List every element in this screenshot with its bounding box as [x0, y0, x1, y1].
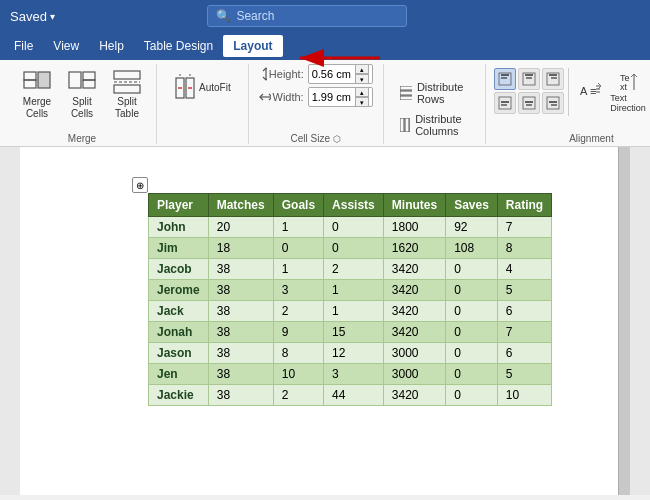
cell-player: John — [149, 217, 209, 238]
merge-cells-button[interactable]: MergeCells — [16, 64, 58, 124]
table-row: Jackie382443420010 — [149, 385, 552, 406]
align-top-center-button[interactable] — [518, 68, 540, 90]
alignment-group-label: Alignment — [569, 133, 613, 144]
document-area: ⊕ Player Matches Goals Assists Minutes S… — [20, 147, 630, 495]
cell-data: 5 — [497, 364, 551, 385]
svg-rect-20 — [400, 86, 412, 90]
cell-data: 38 — [208, 280, 273, 301]
autofit-label: AutoFit — [199, 82, 231, 94]
autofit-button[interactable]: AutoFit — [165, 68, 240, 108]
table-row: Jerome3831342005 — [149, 280, 552, 301]
table-row: Jim180016201088 — [149, 238, 552, 259]
cell-data: 2 — [324, 259, 384, 280]
split-cells-button[interactable]: SplitCells — [61, 64, 103, 124]
split-table-button[interactable]: SplitTable — [106, 64, 148, 124]
svg-rect-21 — [400, 91, 412, 95]
svg-rect-22 — [400, 96, 412, 100]
align-mid-center-button[interactable] — [518, 92, 540, 114]
scrollbar[interactable] — [618, 147, 630, 495]
cell-data: 7 — [497, 217, 551, 238]
cell-data: 3420 — [383, 385, 445, 406]
cell-data: 0 — [446, 385, 498, 406]
cell-data: 1 — [273, 217, 323, 238]
cell-player: Jackie — [149, 385, 209, 406]
cell-data: 0 — [273, 238, 323, 259]
width-spinner[interactable]: ▴ ▾ — [355, 87, 369, 107]
align-mid-left-button[interactable] — [494, 92, 516, 114]
cell-player: Jack — [149, 301, 209, 322]
cell-data: 38 — [208, 301, 273, 322]
cell-data: 0 — [446, 364, 498, 385]
distribute-rows-button[interactable]: Distribute Rows — [392, 78, 477, 108]
cell-data: 38 — [208, 343, 273, 364]
align-top-right-button[interactable] — [542, 68, 564, 90]
title-bar-left: Saved — [10, 9, 55, 24]
split-cells-icon — [67, 68, 97, 96]
col-header-minutes: Minutes — [383, 194, 445, 217]
cell-data: 0 — [446, 259, 498, 280]
cell-data: 3420 — [383, 259, 445, 280]
svg-rect-40 — [523, 97, 535, 109]
cell-data: 15 — [324, 322, 384, 343]
cell-data: 38 — [208, 322, 273, 343]
red-arrow-svg — [240, 38, 400, 78]
split-cells-label: SplitCells — [71, 96, 93, 120]
search-icon: 🔍 — [216, 9, 231, 23]
text-align-icon: A ≡ — [578, 81, 602, 103]
text-align-button[interactable]: A ≡ — [575, 68, 605, 116]
svg-rect-9 — [114, 71, 140, 79]
svg-rect-5 — [69, 72, 81, 88]
cell-data: 3000 — [383, 343, 445, 364]
align-top-left-button[interactable] — [494, 68, 516, 90]
cell-player: Jonah — [149, 322, 209, 343]
col-header-matches: Matches — [208, 194, 273, 217]
menu-item-help[interactable]: Help — [89, 35, 134, 57]
menu-item-table-design[interactable]: Table Design — [134, 35, 223, 57]
cell-data: 6 — [497, 301, 551, 322]
cell-data: 6 — [497, 343, 551, 364]
svg-text:xt: xt — [620, 82, 628, 92]
distribute-columns-icon — [400, 118, 410, 132]
svg-rect-7 — [83, 80, 95, 88]
width-icon — [259, 90, 271, 104]
svg-text:≡: ≡ — [590, 85, 596, 97]
merge-cells-label: MergeCells — [23, 96, 51, 120]
distribute-columns-button[interactable]: Distribute Columns — [392, 110, 477, 140]
merge-row: MergeCells SplitCells SplitTa — [16, 64, 148, 124]
title-bar: Saved 🔍 — [0, 0, 650, 32]
svg-rect-11 — [114, 85, 140, 93]
cell-data: 5 — [497, 280, 551, 301]
svg-text:A: A — [580, 85, 588, 97]
text-align-extra: A ≡ Te xt — [568, 68, 650, 116]
search-input[interactable] — [236, 9, 386, 23]
cell-data: 38 — [208, 259, 273, 280]
menu-item-file[interactable]: File — [4, 35, 43, 57]
text-direction-button[interactable]: Te xt TextDirection — [607, 68, 649, 116]
cell-data: 1 — [324, 301, 384, 322]
svg-rect-25 — [405, 118, 409, 132]
align-mid-right-button[interactable] — [542, 92, 564, 114]
width-row: Width: 1.99 cm ▴ ▾ — [259, 87, 373, 107]
table-move-handle[interactable]: ⊕ — [132, 177, 148, 193]
search-bar[interactable]: 🔍 — [207, 5, 407, 27]
width-input[interactable]: 1.99 cm ▴ ▾ — [308, 87, 373, 107]
saved-button[interactable]: Saved — [10, 9, 55, 24]
cell-player: Jerome — [149, 280, 209, 301]
cell-data: 3 — [273, 280, 323, 301]
cell-data: 3420 — [383, 322, 445, 343]
svg-rect-2 — [24, 72, 36, 80]
table-header-row: Player Matches Goals Assists Minutes Sav… — [149, 194, 552, 217]
cell-data: 2 — [273, 385, 323, 406]
main-content: ⊕ Player Matches Goals Assists Minutes S… — [0, 147, 650, 495]
cell-data: 3 — [324, 364, 384, 385]
cell-player: Jim — [149, 238, 209, 259]
ribbon-group-autofit: AutoFit — [157, 64, 249, 144]
width-down[interactable]: ▾ — [355, 97, 369, 107]
cell-size-expand-icon[interactable]: ⬡ — [333, 134, 341, 144]
cell-data: 1 — [324, 280, 384, 301]
cell-data: 38 — [208, 364, 273, 385]
menu-item-view[interactable]: View — [43, 35, 89, 57]
width-up[interactable]: ▴ — [355, 87, 369, 97]
cell-data: 1620 — [383, 238, 445, 259]
cell-data: 38 — [208, 385, 273, 406]
